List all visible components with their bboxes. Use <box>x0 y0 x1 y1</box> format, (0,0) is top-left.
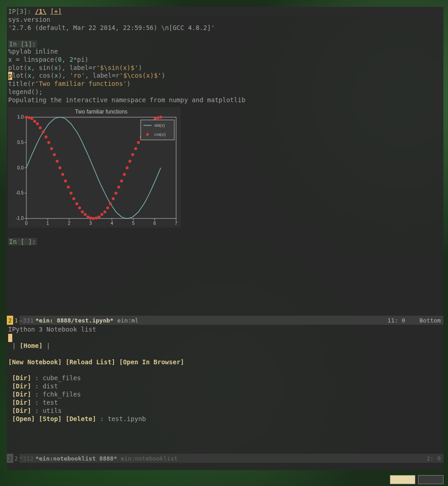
svg-point-64 <box>126 166 128 169</box>
svg-point-43 <box>67 186 69 188</box>
window-badge[interactable]: 1 <box>13 316 20 325</box>
svg-text:Two familiar functions: Two familiar functions <box>75 109 127 115</box>
major-mode-2: ein:notebooklist <box>119 455 179 462</box>
svg-text:-1.0: -1.0 <box>16 216 24 221</box>
dir-entry: [Dir] : dist <box>8 382 442 391</box>
svg-point-63 <box>123 173 126 176</box>
svg-point-53 <box>95 217 98 219</box>
header-line: IP[3]: /1\ [+] <box>7 7 443 16</box>
modeline-bottom: 22 * 212 *ein:notebooklist 8888* ein:not… <box>7 454 443 463</box>
svg-point-41 <box>61 173 64 176</box>
stop-file-button[interactable]: [Stop] <box>39 415 62 422</box>
svg-point-62 <box>120 179 123 182</box>
svg-text:-0.5: -0.5 <box>16 190 24 195</box>
taskbar-item[interactable] <box>418 475 443 484</box>
cell-2-line-2[interactable]: x = linspace(0, 2*pi) <box>8 56 442 64</box>
open-in-browser-button[interactable]: [Open In Browser] <box>119 358 184 366</box>
dir-link[interactable]: [Dir] <box>12 407 31 414</box>
cell-2-line-5[interactable]: title(r'Two familiar functions') <box>8 80 442 88</box>
minibuffer[interactable] <box>7 463 443 470</box>
notebook-pane[interactable]: sys.version '2.7.6 (default, Mar 22 2014… <box>7 16 443 316</box>
svg-text:5: 5 <box>132 221 135 226</box>
svg-point-30 <box>30 117 33 120</box>
svg-point-55 <box>100 213 103 216</box>
header-prefix: IP[3]: <box>8 8 35 15</box>
svg-point-61 <box>117 186 120 188</box>
file-name: test.ipynb <box>108 415 146 422</box>
cell-1-input[interactable]: sys.version <box>8 16 442 24</box>
svg-text:1.0: 1.0 <box>17 114 24 119</box>
svg-point-59 <box>112 197 114 200</box>
svg-point-65 <box>128 160 131 163</box>
scroll-position: Bottom <box>419 317 441 324</box>
svg-point-39 <box>56 160 59 163</box>
notebooklist-pane[interactable]: IPython 3 Notebook list | [Home] | [New … <box>7 325 443 454</box>
dir-link[interactable]: [Dir] <box>12 382 31 390</box>
svg-point-31 <box>33 120 36 123</box>
notebooklist-title: IPython 3 Notebook list <box>8 326 442 334</box>
svg-point-37 <box>50 147 53 150</box>
svg-point-67 <box>134 147 137 150</box>
svg-text:6: 6 <box>153 221 156 226</box>
line-col: 11: 0 <box>388 317 405 324</box>
svg-text:7: 7 <box>175 221 177 226</box>
svg-point-49 <box>84 213 86 216</box>
cell-2-output-text: Populating the interactive namespace fro… <box>8 96 442 104</box>
buffer-name-2: *ein:notebooklist 8888* <box>34 455 119 462</box>
svg-point-28 <box>25 116 28 119</box>
svg-text:3: 3 <box>89 221 92 226</box>
modeline-top: 21 — 331 *ein: 8888/test.ipynb* ein:ml 1… <box>7 316 443 325</box>
empty-cell-prompt: In [ ]: <box>8 238 37 245</box>
svg-text:4: 4 <box>111 221 113 226</box>
major-mode: ein:ml <box>115 317 140 324</box>
svg-text:2: 2 <box>68 221 71 226</box>
header-kernel[interactable]: /1\ <box>35 8 46 15</box>
open-file-button[interactable]: [Open] <box>12 415 35 422</box>
svg-point-57 <box>106 206 109 209</box>
svg-point-56 <box>103 210 106 213</box>
header-add-kernel[interactable]: [+] <box>50 8 62 15</box>
buffer-name: *ein: 8888/test.ipynb* <box>34 317 115 324</box>
cell-2-line-6[interactable]: legend(); <box>8 88 442 96</box>
svg-point-38 <box>53 153 56 156</box>
dir-entry: [Dir] : fchk_files <box>8 391 442 399</box>
svg-point-29 <box>28 116 30 119</box>
svg-point-51 <box>89 217 92 219</box>
dir-link[interactable]: [Dir] <box>12 391 31 398</box>
breadcrumb: | [Home] | <box>8 342 442 350</box>
empty-cell-input[interactable] <box>8 245 442 253</box>
dir-link[interactable]: [Dir] <box>12 374 31 382</box>
svg-point-45 <box>72 197 75 200</box>
taskbar-item[interactable] <box>390 475 415 484</box>
cell-2-line-3[interactable]: plot(x, sin(x), label=r'$\sin(x)$') <box>8 64 442 72</box>
cell-2-line-4[interactable]: plot(x, cos(x), 'ro', label=r'$\cos(x)$'… <box>8 72 442 80</box>
svg-point-46 <box>75 203 78 205</box>
workspace-badge-2[interactable]: 2 <box>7 454 13 463</box>
svg-point-66 <box>131 153 134 156</box>
window-badge-2[interactable]: 2 <box>13 454 20 463</box>
svg-text:sin(x): sin(x) <box>154 123 165 128</box>
reload-list-button[interactable]: [Reload List] <box>65 358 115 366</box>
svg-point-52 <box>92 217 95 220</box>
cell-2-prompt: In [1]: <box>8 40 37 48</box>
cell-1-output: '2.7.6 (default, Mar 22 2014, 22:59:56) … <box>8 24 442 32</box>
svg-text:1: 1 <box>46 221 49 226</box>
new-notebook-button[interactable]: [New Notebook] <box>8 358 62 366</box>
cell-2-line-1[interactable]: %pylab inline <box>8 48 442 56</box>
line-col-2: 2: 0 <box>427 455 441 462</box>
dir-link[interactable]: [Dir] <box>12 399 31 406</box>
delete-file-button[interactable]: [Delete] <box>65 415 96 422</box>
home-link[interactable]: [Home] <box>20 342 43 349</box>
emacs-window: IP[3]: /1\ [+] sys.version '2.7.6 (defau… <box>7 7 443 470</box>
svg-point-42 <box>64 179 67 182</box>
taskbar <box>390 475 443 484</box>
dir-entry: [Dir] : utils <box>8 407 442 415</box>
svg-text:0.5: 0.5 <box>17 140 24 145</box>
svg-point-48 <box>81 210 84 213</box>
svg-text:0: 0 <box>25 221 28 226</box>
svg-point-50 <box>87 216 89 218</box>
svg-point-40 <box>59 166 61 169</box>
workspace-badge[interactable]: 2 <box>7 316 13 325</box>
svg-point-58 <box>109 203 112 205</box>
svg-point-76 <box>159 116 162 119</box>
